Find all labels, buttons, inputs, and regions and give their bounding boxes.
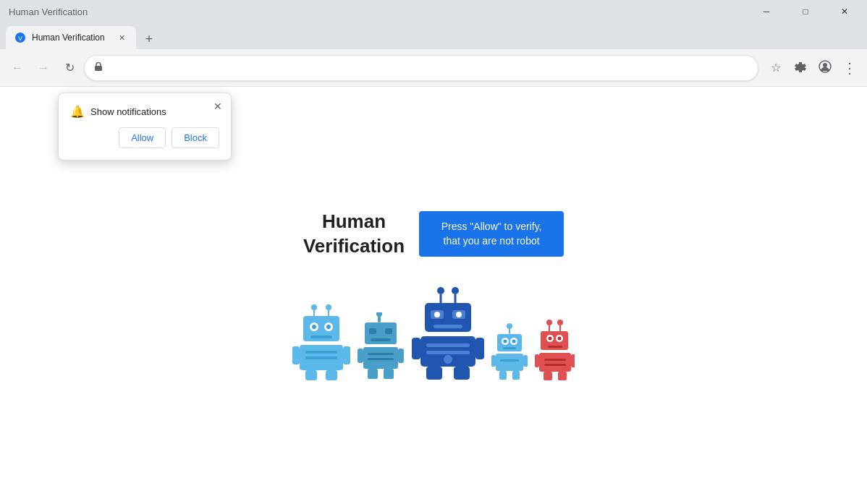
reload-icon: ↻ [65,61,75,74]
svg-text:V: V [18,35,22,42]
maximize-button[interactable]: □ [789,0,822,23]
tab-close-button[interactable]: ✕ [116,32,127,43]
svg-point-67 [546,320,552,325]
svg-rect-46 [426,343,470,347]
active-tab[interactable]: V Human Verification ✕ [6,26,136,49]
browser-content: 🔔 Show notifications ✕ Allow Block Human… [0,87,867,504]
extensions-button[interactable] [789,56,812,80]
svg-point-13 [326,325,331,329]
toolbar-icons: ☆ ⋮ [764,56,861,80]
tab-favicon: V [14,32,26,43]
svg-rect-21 [326,370,337,380]
svg-rect-50 [475,338,484,359]
close-button[interactable]: ✕ [828,0,861,23]
svg-rect-76 [548,346,562,348]
svg-point-42 [434,312,440,317]
svg-rect-51 [426,367,442,380]
svg-point-5 [311,304,317,310]
svg-rect-26 [385,328,392,334]
menu-icon: ⋮ [842,61,857,75]
robot-5 [535,320,575,381]
svg-rect-77 [539,353,571,372]
reload-button[interactable]: ↻ [58,56,81,80]
robots-illustration [292,287,575,381]
profile-button[interactable] [813,56,837,80]
svg-rect-18 [292,346,300,364]
svg-point-37 [452,287,459,294]
svg-point-35 [437,287,444,294]
bookmark-button[interactable]: ☆ [764,56,787,80]
extensions-icon [794,60,807,76]
verification-row: Human Verification Press "Allow" to veri… [303,210,564,259]
svg-rect-63 [491,355,496,367]
svg-rect-64 [523,355,528,367]
notification-message: Show notifications [90,106,166,117]
profile-icon [819,60,832,76]
verification-title: Human Verification [303,210,405,259]
window-title: Human Verification [9,7,88,17]
lock-icon [93,61,103,74]
star-icon: ☆ [771,61,781,74]
svg-rect-34 [384,369,394,379]
svg-rect-31 [358,349,363,363]
svg-point-69 [557,320,563,325]
svg-point-4 [823,63,827,67]
robot-4 [491,323,528,381]
svg-point-43 [456,312,462,317]
menu-button[interactable]: ⋮ [838,56,861,80]
svg-rect-82 [544,372,552,380]
svg-rect-32 [398,349,404,363]
svg-rect-83 [558,372,567,380]
svg-rect-2 [95,66,102,71]
svg-point-12 [312,325,316,329]
notification-header: 🔔 Show notifications [70,105,219,119]
svg-point-7 [326,304,331,310]
svg-rect-65 [499,371,507,380]
back-icon: ← [12,61,23,74]
notification-buttons: Allow Block [70,127,219,148]
svg-rect-81 [571,354,575,367]
allow-button[interactable]: Allow [119,127,166,148]
tab-bar: V Human Verification ✕ + [0,23,867,49]
svg-rect-61 [496,354,523,371]
svg-point-53 [507,323,512,329]
svg-rect-29 [368,353,394,355]
minimize-button[interactable]: ─ [750,0,783,23]
block-button[interactable]: Block [172,127,219,148]
svg-rect-17 [305,356,337,359]
svg-rect-60 [503,347,516,349]
svg-rect-78 [544,359,566,361]
svg-rect-49 [412,338,420,359]
svg-point-58 [504,340,507,343]
address-bar: ← → ↻ ☆ [0,49,867,87]
svg-rect-66 [512,371,520,380]
svg-rect-25 [369,328,376,334]
svg-rect-20 [305,370,317,380]
main-content: Human Verification Press "Allow" to veri… [292,210,575,382]
svg-rect-79 [544,364,566,366]
svg-rect-27 [371,338,391,341]
svg-point-59 [512,340,516,343]
robot-2 [358,312,405,381]
svg-rect-44 [434,325,462,328]
back-button[interactable]: ← [6,56,29,80]
svg-point-48 [444,355,452,364]
svg-rect-30 [368,358,394,360]
notification-close-button[interactable]: ✕ [211,99,225,114]
verification-cta: Press "Allow" to verify, that you are no… [419,211,564,257]
new-tab-button[interactable]: + [139,29,159,49]
robot-1 [292,302,350,381]
url-bar[interactable] [84,55,758,81]
svg-rect-52 [454,367,470,380]
forward-button[interactable]: → [32,56,55,80]
tab-title: Human Verification [32,33,110,43]
notification-popup: 🔔 Show notifications ✕ Allow Block [58,93,232,161]
robot-3 [412,287,484,381]
svg-rect-16 [305,351,337,354]
svg-rect-19 [343,346,350,364]
forward-icon: → [38,61,49,74]
svg-rect-62 [500,359,519,362]
title-bar: Human Verification ─ □ ✕ [0,0,867,23]
window-controls: ─ □ ✕ [750,0,861,23]
svg-rect-47 [426,351,470,354]
